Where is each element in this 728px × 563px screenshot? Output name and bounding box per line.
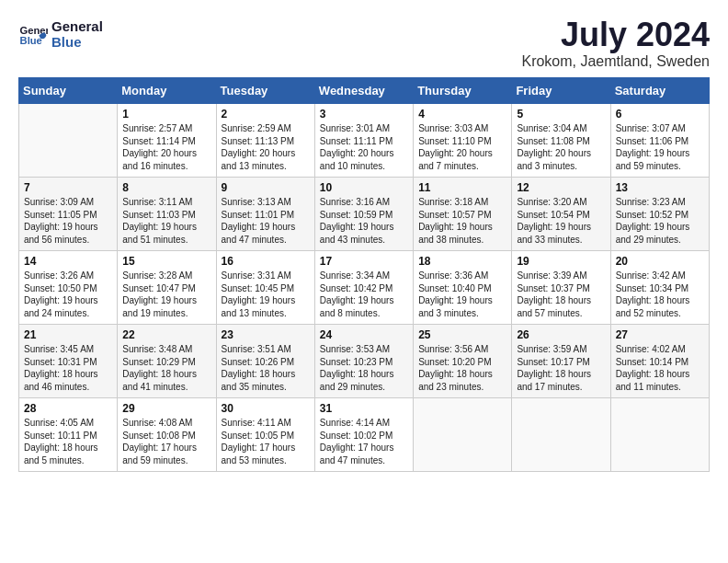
calendar-cell: 22Sunrise: 3:48 AMSunset: 10:29 PMDaylig…: [118, 325, 216, 398]
page-header: General Blue General Blue July 2024 Krok…: [18, 18, 710, 70]
day-number: 5: [517, 108, 605, 121]
calendar-cell: 30Sunrise: 4:11 AMSunset: 10:05 PMDaylig…: [216, 398, 314, 472]
day-number: 11: [418, 181, 506, 194]
weekday-header-saturday: Saturday: [610, 78, 709, 104]
day-number: 9: [222, 181, 310, 194]
day-info: Sunrise: 3:26 AMSunset: 10:50 PMDaylight…: [24, 270, 112, 319]
day-number: 16: [222, 255, 310, 268]
calendar-cell: 31Sunrise: 4:14 AMSunset: 10:02 PMDaylig…: [314, 398, 413, 472]
calendar-week-5: 28Sunrise: 4:05 AMSunset: 10:11 PMDaylig…: [19, 398, 710, 472]
calendar-cell: [19, 104, 118, 178]
day-info: Sunrise: 3:03 AMSunset: 11:10 PMDaylight…: [418, 122, 506, 172]
calendar-cell: 5Sunrise: 3:04 AMSunset: 11:08 PMDayligh…: [512, 104, 610, 178]
calendar-cell: [414, 398, 512, 472]
calendar-week-2: 7Sunrise: 3:09 AMSunset: 11:05 PMDayligh…: [19, 178, 710, 251]
calendar-cell: 2Sunrise: 2:59 AMSunset: 11:13 PMDayligh…: [216, 104, 314, 178]
day-info: Sunrise: 3:07 AMSunset: 11:06 PMDaylight…: [616, 122, 704, 172]
calendar-cell: 13Sunrise: 3:23 AMSunset: 10:52 PMDaylig…: [610, 178, 709, 251]
calendar-cell: 8Sunrise: 3:11 AMSunset: 11:03 PMDayligh…: [118, 178, 216, 251]
calendar-cell: 24Sunrise: 3:53 AMSunset: 10:23 PMDaylig…: [314, 325, 413, 398]
day-info: Sunrise: 3:48 AMSunset: 10:29 PMDaylight…: [122, 343, 210, 393]
day-info: Sunrise: 3:39 AMSunset: 10:37 PMDaylight…: [517, 270, 605, 319]
logo-blue: Blue: [51, 34, 103, 50]
day-number: 1: [122, 108, 210, 121]
calendar-cell: 21Sunrise: 3:45 AMSunset: 10:31 PMDaylig…: [19, 325, 118, 398]
calendar-cell: 12Sunrise: 3:20 AMSunset: 10:54 PMDaylig…: [512, 178, 610, 251]
day-info: Sunrise: 4:08 AMSunset: 10:08 PMDaylight…: [122, 417, 210, 466]
weekday-header-sunday: Sunday: [19, 78, 118, 104]
logo-general: General: [51, 18, 103, 34]
day-info: Sunrise: 3:11 AMSunset: 11:03 PMDaylight…: [122, 196, 210, 246]
weekday-header-row: SundayMondayTuesdayWednesdayThursdayFrid…: [19, 78, 710, 104]
day-info: Sunrise: 3:51 AMSunset: 10:26 PMDaylight…: [222, 343, 310, 393]
day-number: 20: [616, 255, 704, 268]
day-info: Sunrise: 3:04 AMSunset: 11:08 PMDaylight…: [517, 122, 605, 172]
day-info: Sunrise: 3:28 AMSunset: 10:47 PMDaylight…: [122, 270, 210, 319]
weekday-header-thursday: Thursday: [414, 78, 512, 104]
weekday-header-monday: Monday: [118, 78, 216, 104]
day-info: Sunrise: 3:20 AMSunset: 10:54 PMDaylight…: [517, 196, 605, 246]
calendar-week-4: 21Sunrise: 3:45 AMSunset: 10:31 PMDaylig…: [19, 325, 710, 398]
day-info: Sunrise: 3:45 AMSunset: 10:31 PMDaylight…: [24, 343, 112, 393]
day-info: Sunrise: 3:16 AMSunset: 10:59 PMDaylight…: [320, 196, 408, 246]
calendar-cell: 19Sunrise: 3:39 AMSunset: 10:37 PMDaylig…: [512, 251, 610, 325]
calendar-cell: 6Sunrise: 3:07 AMSunset: 11:06 PMDayligh…: [610, 104, 709, 178]
day-info: Sunrise: 3:18 AMSunset: 10:57 PMDaylight…: [418, 196, 506, 246]
day-number: 25: [418, 328, 506, 341]
calendar-cell: 27Sunrise: 4:02 AMSunset: 10:14 PMDaylig…: [610, 325, 709, 398]
weekday-header-wednesday: Wednesday: [314, 78, 413, 104]
day-number: 26: [517, 328, 605, 341]
day-number: 4: [418, 108, 506, 121]
day-number: 12: [517, 181, 605, 194]
day-number: 24: [320, 328, 408, 341]
calendar-cell: 10Sunrise: 3:16 AMSunset: 10:59 PMDaylig…: [314, 178, 413, 251]
day-info: Sunrise: 3:34 AMSunset: 10:42 PMDaylight…: [320, 270, 408, 319]
calendar-cell: 14Sunrise: 3:26 AMSunset: 10:50 PMDaylig…: [19, 251, 118, 325]
day-info: Sunrise: 3:09 AMSunset: 11:05 PMDaylight…: [24, 196, 112, 246]
day-number: 18: [418, 255, 506, 268]
day-info: Sunrise: 4:05 AMSunset: 10:11 PMDaylight…: [24, 417, 112, 466]
calendar-cell: [610, 398, 709, 472]
calendar-cell: 20Sunrise: 3:42 AMSunset: 10:34 PMDaylig…: [610, 251, 709, 325]
day-number: 29: [122, 402, 210, 415]
day-number: 2: [222, 108, 310, 121]
day-number: 30: [222, 402, 310, 415]
day-number: 13: [616, 181, 704, 194]
calendar-cell: 26Sunrise: 3:59 AMSunset: 10:17 PMDaylig…: [512, 325, 610, 398]
weekday-header-tuesday: Tuesday: [216, 78, 314, 104]
day-info: Sunrise: 3:53 AMSunset: 10:23 PMDaylight…: [320, 343, 408, 393]
day-number: 3: [320, 108, 408, 121]
calendar-cell: 23Sunrise: 3:51 AMSunset: 10:26 PMDaylig…: [216, 325, 314, 398]
day-info: Sunrise: 2:57 AMSunset: 11:14 PMDaylight…: [122, 122, 210, 172]
day-info: Sunrise: 3:23 AMSunset: 10:52 PMDaylight…: [616, 196, 704, 246]
day-info: Sunrise: 4:02 AMSunset: 10:14 PMDaylight…: [616, 343, 704, 393]
day-info: Sunrise: 4:14 AMSunset: 10:02 PMDaylight…: [320, 417, 408, 466]
calendar-cell: 28Sunrise: 4:05 AMSunset: 10:11 PMDaylig…: [19, 398, 118, 472]
logo-icon: General Blue: [18, 19, 48, 49]
day-info: Sunrise: 3:31 AMSunset: 10:45 PMDaylight…: [222, 270, 310, 319]
day-number: 14: [24, 255, 112, 268]
day-number: 23: [222, 328, 310, 341]
calendar-cell: [512, 398, 610, 472]
day-info: Sunrise: 3:36 AMSunset: 10:40 PMDaylight…: [418, 270, 506, 319]
day-info: Sunrise: 3:42 AMSunset: 10:34 PMDaylight…: [616, 270, 704, 319]
day-number: 31: [320, 402, 408, 415]
calendar-cell: 16Sunrise: 3:31 AMSunset: 10:45 PMDaylig…: [216, 251, 314, 325]
day-info: Sunrise: 3:56 AMSunset: 10:20 PMDaylight…: [418, 343, 506, 393]
calendar-cell: 15Sunrise: 3:28 AMSunset: 10:47 PMDaylig…: [118, 251, 216, 325]
calendar-week-1: 1Sunrise: 2:57 AMSunset: 11:14 PMDayligh…: [19, 104, 710, 178]
day-number: 21: [24, 328, 112, 341]
day-info: Sunrise: 3:13 AMSunset: 11:01 PMDaylight…: [222, 196, 310, 246]
calendar-cell: 4Sunrise: 3:03 AMSunset: 11:10 PMDayligh…: [414, 104, 512, 178]
calendar-cell: 25Sunrise: 3:56 AMSunset: 10:20 PMDaylig…: [414, 325, 512, 398]
day-number: 17: [320, 255, 408, 268]
calendar-table: SundayMondayTuesdayWednesdayThursdayFrid…: [18, 77, 710, 472]
day-number: 6: [616, 108, 704, 121]
day-info: Sunrise: 3:59 AMSunset: 10:17 PMDaylight…: [517, 343, 605, 393]
svg-text:Blue: Blue: [20, 35, 42, 46]
calendar-cell: 7Sunrise: 3:09 AMSunset: 11:05 PMDayligh…: [19, 178, 118, 251]
day-number: 28: [24, 402, 112, 415]
calendar-cell: 29Sunrise: 4:08 AMSunset: 10:08 PMDaylig…: [118, 398, 216, 472]
day-info: Sunrise: 4:11 AMSunset: 10:05 PMDaylight…: [222, 417, 310, 466]
calendar-cell: 1Sunrise: 2:57 AMSunset: 11:14 PMDayligh…: [118, 104, 216, 178]
